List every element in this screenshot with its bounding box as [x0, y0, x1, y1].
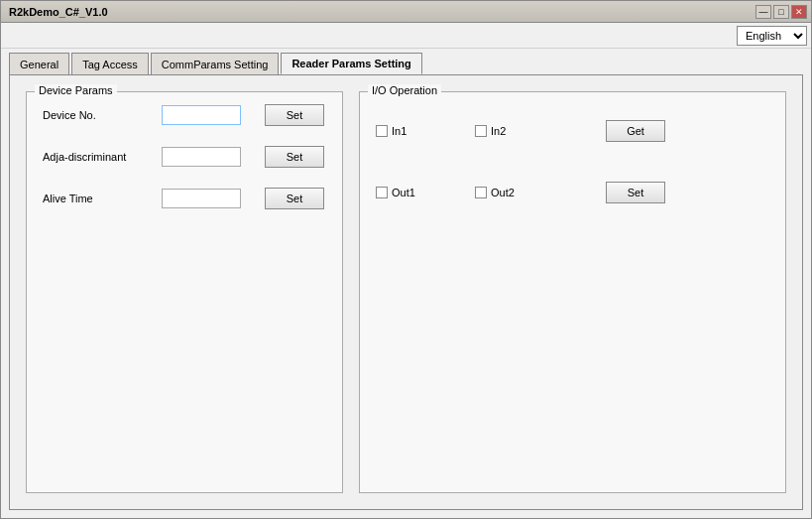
device-params-panel: Device Params Device No. Set Adja-discri…	[26, 91, 343, 493]
adja-discriminant-row: Adja-discriminant Set	[43, 146, 326, 168]
io-operation-title: I/O Operation	[368, 84, 441, 96]
language-select[interactable]: English Chinese	[737, 26, 807, 46]
tab-reader-params[interactable]: Reader Params Setting	[281, 53, 421, 74]
output-row: Out1 Out2 Set	[376, 174, 769, 211]
device-no-row: Device No. Set	[43, 104, 326, 126]
out1-checkbox[interactable]	[376, 187, 388, 198]
tab-general[interactable]: General	[9, 53, 69, 74]
io-set-button[interactable]: Set	[606, 182, 665, 203]
out2-group: Out2	[475, 187, 574, 198]
device-no-set-button[interactable]: Set	[265, 104, 324, 126]
adja-discriminant-input[interactable]	[162, 147, 241, 167]
menu-bar: English Chinese	[1, 23, 811, 49]
close-button[interactable]: ✕	[791, 5, 807, 19]
io-content: In1 In2 Get Out1 Out2	[376, 104, 769, 211]
device-no-input[interactable]	[162, 105, 241, 125]
out2-label: Out2	[491, 187, 515, 198]
device-no-label: Device No.	[43, 109, 162, 121]
alive-time-set-button[interactable]: Set	[265, 188, 324, 209]
tab-tag-access[interactable]: Tag Access	[71, 53, 149, 74]
tabs-bar: General Tag Access CommParams Setting Re…	[1, 49, 811, 74]
out1-group: Out1	[376, 187, 475, 198]
tab-comm-params[interactable]: CommParams Setting	[151, 53, 280, 74]
in2-group: In2	[475, 125, 574, 137]
input-row: In1 In2 Get	[376, 112, 769, 150]
window-controls: — □ ✕	[755, 5, 807, 19]
tab-content-reader-params: Device Params Device No. Set Adja-discri…	[9, 74, 803, 510]
restore-button[interactable]: □	[773, 5, 789, 19]
minimize-button[interactable]: —	[755, 5, 771, 19]
io-operation-panel: I/O Operation In1 In2 Get	[359, 91, 786, 493]
get-button[interactable]: Get	[606, 120, 665, 142]
alive-time-row: Alive Time Set	[43, 188, 326, 209]
in2-label: In2	[491, 125, 506, 137]
out2-checkbox[interactable]	[475, 187, 487, 198]
title-bar: R2kDemo_C#_V1.0 — □ ✕	[1, 1, 811, 23]
device-params-title: Device Params	[35, 84, 117, 96]
in2-checkbox[interactable]	[475, 125, 487, 137]
alive-time-label: Alive Time	[43, 193, 162, 204]
in1-checkbox[interactable]	[376, 125, 388, 137]
out1-label: Out1	[392, 187, 415, 198]
main-window: R2kDemo_C#_V1.0 — □ ✕ English Chinese Ge…	[0, 0, 812, 519]
adja-discriminant-label: Adja-discriminant	[43, 151, 162, 163]
alive-time-input[interactable]	[162, 189, 241, 208]
window-title: R2kDemo_C#_V1.0	[5, 6, 108, 18]
in1-group: In1	[376, 125, 475, 137]
in1-label: In1	[392, 125, 406, 137]
adja-discriminant-set-button[interactable]: Set	[265, 146, 324, 168]
